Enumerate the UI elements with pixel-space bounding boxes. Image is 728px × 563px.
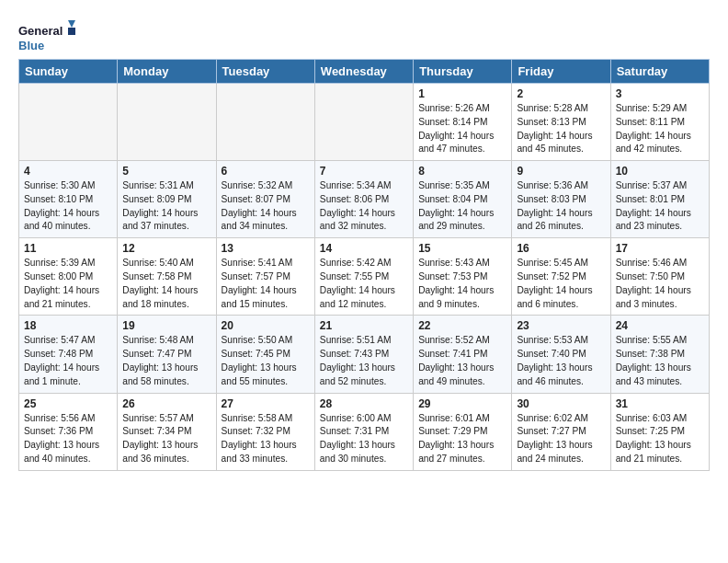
calendar-cell: 20Sunrise: 5:50 AMSunset: 7:45 PMDayligh… — [216, 316, 314, 393]
day-info: Sunrise: 5:53 AMSunset: 7:40 PMDaylight:… — [517, 334, 605, 388]
day-number: 7 — [320, 165, 408, 178]
day-info: Sunrise: 5:57 AMSunset: 7:34 PMDaylight:… — [122, 412, 210, 466]
day-number: 3 — [616, 87, 704, 100]
day-info: Sunrise: 5:41 AMSunset: 7:57 PMDaylight:… — [222, 257, 310, 311]
calendar-cell: 13Sunrise: 5:41 AMSunset: 7:57 PMDayligh… — [216, 238, 314, 316]
day-number: 8 — [418, 165, 506, 178]
day-number: 1 — [418, 87, 506, 100]
day-number: 31 — [616, 397, 704, 410]
col-header-friday: Friday — [512, 60, 610, 84]
day-info: Sunrise: 5:40 AMSunset: 7:58 PMDaylight:… — [122, 257, 210, 311]
day-number: 26 — [122, 397, 210, 410]
day-number: 28 — [320, 397, 408, 410]
calendar-cell: 16Sunrise: 5:45 AMSunset: 7:52 PMDayligh… — [512, 238, 610, 316]
calendar-cell: 21Sunrise: 5:51 AMSunset: 7:43 PMDayligh… — [314, 316, 413, 393]
day-number: 17 — [616, 242, 704, 255]
calendar-cell: 15Sunrise: 5:43 AMSunset: 7:53 PMDayligh… — [414, 238, 512, 316]
calendar-cell: 11Sunrise: 5:39 AMSunset: 8:00 PMDayligh… — [19, 238, 118, 316]
day-info: Sunrise: 5:29 AMSunset: 8:11 PMDaylight:… — [616, 102, 704, 156]
calendar-cell: 28Sunrise: 6:00 AMSunset: 7:31 PMDayligh… — [314, 393, 413, 470]
day-number: 2 — [517, 87, 605, 100]
day-info: Sunrise: 5:45 AMSunset: 7:52 PMDaylight:… — [517, 257, 605, 311]
day-info: Sunrise: 6:03 AMSunset: 7:25 PMDaylight:… — [616, 412, 704, 466]
day-number: 16 — [517, 242, 605, 255]
calendar-cell: 4Sunrise: 5:30 AMSunset: 8:10 PMDaylight… — [19, 161, 118, 238]
day-number: 19 — [122, 319, 210, 332]
day-number: 27 — [222, 397, 310, 410]
col-header-thursday: Thursday — [414, 60, 512, 84]
day-number: 22 — [418, 319, 506, 332]
calendar-cell: 2Sunrise: 5:28 AMSunset: 8:13 PMDaylight… — [512, 84, 610, 161]
calendar-cell: 5Sunrise: 5:31 AMSunset: 8:09 PMDaylight… — [118, 161, 216, 238]
day-info: Sunrise: 5:56 AMSunset: 7:36 PMDaylight:… — [24, 412, 112, 466]
calendar-cell: 18Sunrise: 5:47 AMSunset: 7:48 PMDayligh… — [19, 316, 118, 393]
svg-rect-3 — [68, 28, 75, 35]
day-number: 12 — [122, 242, 210, 255]
svg-marker-2 — [68, 20, 75, 28]
calendar-cell: 17Sunrise: 5:46 AMSunset: 7:50 PMDayligh… — [610, 238, 709, 316]
day-number: 18 — [24, 319, 112, 332]
day-info: Sunrise: 6:02 AMSunset: 7:27 PMDaylight:… — [517, 412, 605, 466]
calendar-cell: 6Sunrise: 5:32 AMSunset: 8:07 PMDaylight… — [216, 161, 314, 238]
calendar-cell: 14Sunrise: 5:42 AMSunset: 7:55 PMDayligh… — [314, 238, 413, 316]
calendar-cell: 3Sunrise: 5:29 AMSunset: 8:11 PMDaylight… — [610, 84, 709, 161]
day-info: Sunrise: 5:58 AMSunset: 7:32 PMDaylight:… — [222, 412, 310, 466]
day-number: 29 — [418, 397, 506, 410]
calendar-cell: 31Sunrise: 6:03 AMSunset: 7:25 PMDayligh… — [610, 393, 709, 470]
col-header-wednesday: Wednesday — [314, 60, 413, 84]
day-info: Sunrise: 5:47 AMSunset: 7:48 PMDaylight:… — [24, 334, 112, 388]
day-info: Sunrise: 5:55 AMSunset: 7:38 PMDaylight:… — [616, 334, 704, 388]
day-info: Sunrise: 6:01 AMSunset: 7:29 PMDaylight:… — [418, 412, 506, 466]
day-info: Sunrise: 5:52 AMSunset: 7:41 PMDaylight:… — [418, 334, 506, 388]
calendar-cell — [118, 84, 216, 161]
day-number: 5 — [122, 165, 210, 178]
calendar-cell — [314, 84, 413, 161]
logo: General Blue — [18, 18, 83, 55]
calendar-cell — [19, 84, 118, 161]
day-info: Sunrise: 5:36 AMSunset: 8:03 PMDaylight:… — [517, 179, 605, 234]
day-info: Sunrise: 5:31 AMSunset: 8:09 PMDaylight:… — [122, 179, 210, 234]
calendar-cell: 27Sunrise: 5:58 AMSunset: 7:32 PMDayligh… — [216, 393, 314, 470]
day-info: Sunrise: 5:50 AMSunset: 7:45 PMDaylight:… — [222, 334, 310, 388]
calendar-cell: 26Sunrise: 5:57 AMSunset: 7:34 PMDayligh… — [118, 393, 216, 470]
day-info: Sunrise: 5:48 AMSunset: 7:47 PMDaylight:… — [122, 334, 210, 388]
calendar-table: SundayMondayTuesdayWednesdayThursdayFrid… — [18, 59, 710, 471]
calendar-cell: 1Sunrise: 5:26 AMSunset: 8:14 PMDaylight… — [414, 84, 512, 161]
day-number: 10 — [616, 165, 704, 178]
day-info: Sunrise: 5:37 AMSunset: 8:01 PMDaylight:… — [616, 179, 704, 234]
calendar-cell: 19Sunrise: 5:48 AMSunset: 7:47 PMDayligh… — [118, 316, 216, 393]
day-info: Sunrise: 5:39 AMSunset: 8:00 PMDaylight:… — [24, 257, 112, 311]
day-info: Sunrise: 5:34 AMSunset: 8:06 PMDaylight:… — [320, 179, 408, 234]
day-number: 20 — [222, 319, 310, 332]
calendar-cell: 7Sunrise: 5:34 AMSunset: 8:06 PMDaylight… — [314, 161, 413, 238]
day-number: 14 — [320, 242, 408, 255]
day-info: Sunrise: 5:32 AMSunset: 8:07 PMDaylight:… — [222, 179, 310, 234]
day-info: Sunrise: 5:28 AMSunset: 8:13 PMDaylight:… — [517, 102, 605, 156]
calendar-cell: 22Sunrise: 5:52 AMSunset: 7:41 PMDayligh… — [414, 316, 512, 393]
day-info: Sunrise: 5:26 AMSunset: 8:14 PMDaylight:… — [418, 102, 506, 156]
day-number: 30 — [517, 397, 605, 410]
day-number: 23 — [517, 319, 605, 332]
day-info: Sunrise: 5:30 AMSunset: 8:10 PMDaylight:… — [24, 179, 112, 234]
col-header-monday: Monday — [118, 60, 216, 84]
col-header-saturday: Saturday — [610, 60, 709, 84]
day-number: 21 — [320, 319, 408, 332]
day-number: 24 — [616, 319, 704, 332]
day-info: Sunrise: 5:46 AMSunset: 7:50 PMDaylight:… — [616, 257, 704, 311]
day-number: 13 — [222, 242, 310, 255]
day-number: 6 — [222, 165, 310, 178]
day-number: 25 — [24, 397, 112, 410]
calendar-cell: 12Sunrise: 5:40 AMSunset: 7:58 PMDayligh… — [118, 238, 216, 316]
calendar-cell: 25Sunrise: 5:56 AMSunset: 7:36 PMDayligh… — [19, 393, 118, 470]
col-header-sunday: Sunday — [19, 60, 118, 84]
calendar-cell — [216, 84, 314, 161]
svg-text:General: General — [18, 24, 63, 38]
day-info: Sunrise: 5:42 AMSunset: 7:55 PMDaylight:… — [320, 257, 408, 311]
calendar-cell: 24Sunrise: 5:55 AMSunset: 7:38 PMDayligh… — [610, 316, 709, 393]
day-number: 15 — [418, 242, 506, 255]
day-info: Sunrise: 5:43 AMSunset: 7:53 PMDaylight:… — [418, 257, 506, 311]
calendar-cell: 23Sunrise: 5:53 AMSunset: 7:40 PMDayligh… — [512, 316, 610, 393]
svg-text:Blue: Blue — [18, 39, 44, 52]
calendar-cell: 9Sunrise: 5:36 AMSunset: 8:03 PMDaylight… — [512, 161, 610, 238]
calendar-cell: 8Sunrise: 5:35 AMSunset: 8:04 PMDaylight… — [414, 161, 512, 238]
